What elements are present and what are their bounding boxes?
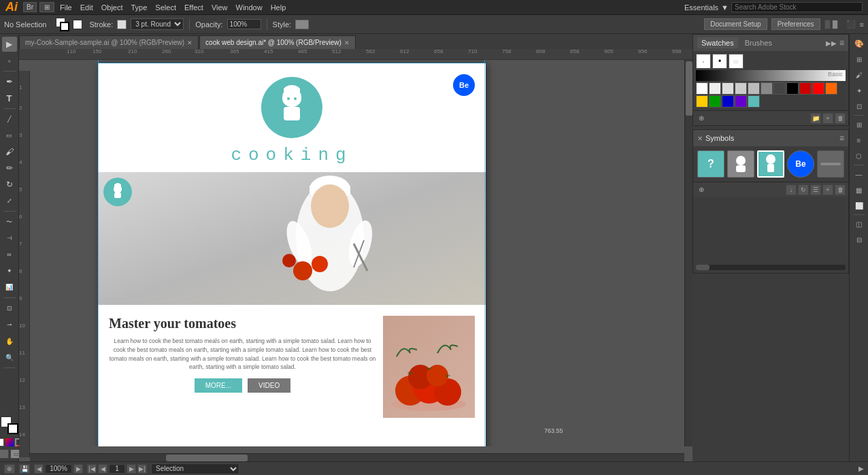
essentials-dropdown-icon[interactable]: ▼	[721, 3, 729, 12]
swatches-expand-icon[interactable]: ▶▶	[826, 39, 837, 47]
doc-tab-2[interactable]: cook web design.ai* @ 100% (RGB/Preview)…	[199, 35, 356, 49]
status-prev-view-btn[interactable]: ⊕	[4, 464, 15, 474]
doc-tab-1[interactable]: my-Cook-Sample-sample.ai @ 100% (RGB/Pre…	[19, 35, 199, 49]
arrange-icon[interactable]: ⬛	[846, 20, 856, 29]
width-tool[interactable]: ⊣	[2, 231, 17, 246]
swatch-7[interactable]	[773, 82, 786, 95]
menu-view[interactable]: View	[212, 3, 228, 12]
brushes-tab[interactable]: Brushes	[741, 37, 776, 48]
paintbrush-tool[interactable]: 🖌	[2, 144, 17, 159]
menu-effect[interactable]: Effect	[184, 3, 203, 12]
preferences-button[interactable]: Preferences	[771, 18, 820, 30]
pencil-tool[interactable]: ✏	[2, 161, 17, 176]
opacity-input[interactable]	[227, 19, 261, 29]
symbols-scrollbar[interactable]	[696, 265, 846, 270]
next-page-btn[interactable]: ▶	[127, 464, 136, 474]
menu-file[interactable]: File	[60, 3, 72, 12]
swatch-dot-black[interactable]: •	[712, 54, 727, 69]
brushes-icon[interactable]: 🖌	[852, 68, 866, 82]
zoom-tool[interactable]: 🔍	[2, 350, 17, 365]
menu-help[interactable]: Help	[271, 3, 286, 12]
new-symbol-btn[interactable]: +	[822, 184, 833, 195]
symbol-4[interactable]: Be	[787, 150, 814, 178]
hand-tool[interactable]: ✋	[2, 333, 17, 348]
swatches-icon[interactable]: ⊞	[852, 52, 866, 66]
pathfinder-icon[interactable]: ⬡	[852, 149, 866, 163]
swatch-9[interactable]	[799, 82, 812, 95]
swatch-13[interactable]	[709, 95, 721, 108]
menu-select[interactable]: Select	[155, 3, 176, 12]
more-button[interactable]: MORE...	[195, 378, 242, 393]
last-page-btn[interactable]: ▶|	[137, 464, 147, 474]
swatches-tab[interactable]: Swatches	[697, 37, 738, 48]
zoom-input[interactable]	[45, 464, 72, 474]
align-icon[interactable]: ≡	[852, 133, 866, 147]
none-color-btn[interactable]	[0, 438, 4, 446]
doc-tab-1-close[interactable]: ✕	[187, 39, 193, 46]
swatch-6[interactable]	[761, 82, 773, 95]
zoom-in-btn[interactable]: ▶	[73, 464, 83, 474]
artboard-tool[interactable]: ⊡	[2, 301, 17, 316]
slice-tool[interactable]: ⊸	[2, 317, 17, 332]
swatch-dot-white[interactable]: •	[696, 54, 711, 69]
direct-selection-tool[interactable]: ⬦	[2, 53, 17, 68]
working-area[interactable]: Be COOKING	[30, 60, 692, 446]
new-color-group-btn[interactable]: 📁	[810, 113, 821, 124]
symbols-scroll-thumb[interactable]	[696, 265, 710, 270]
symbols-menu-icon[interactable]: ≡	[839, 133, 844, 143]
symbol-tool[interactable]: ✦	[2, 263, 17, 278]
artboards-icon[interactable]: ⊟	[852, 233, 866, 246]
stroke-panel-icon[interactable]: —	[852, 167, 866, 181]
workspace-button[interactable]: ⊞	[39, 2, 54, 12]
gradient-panel-icon[interactable]: ▦	[852, 183, 866, 197]
place-symbol-btn[interactable]: ↓	[786, 184, 797, 195]
normal-mode-btn[interactable]	[0, 449, 9, 459]
swatch-8[interactable]	[786, 82, 799, 95]
symbol-3[interactable]	[757, 150, 784, 178]
graph-tool[interactable]: 📊	[2, 280, 17, 295]
warp-tool[interactable]: 〜	[2, 214, 17, 229]
search-input[interactable]	[731, 2, 863, 12]
swatch-10[interactable]	[812, 82, 824, 95]
scroll-thumb-h[interactable]	[166, 455, 248, 461]
fill-indicator[interactable]	[73, 20, 82, 29]
graphic-styles-icon[interactable]: ⊡	[852, 99, 866, 113]
transform-icon[interactable]: ⊞	[852, 118, 866, 131]
delete-symbol-btn[interactable]: 🗑	[835, 184, 846, 195]
pen-tool[interactable]: ✒	[2, 74, 17, 89]
symbol-1[interactable]: ?	[697, 150, 724, 178]
stroke-weight-select[interactable]: 3 pt. Round 1 pt. 2 pt. 5 pt.	[131, 18, 184, 30]
extra-swatch-1[interactable]	[824, 20, 831, 29]
status-save-btn[interactable]: 💾	[19, 464, 30, 474]
color-panel-icon[interactable]: 🎨	[852, 37, 866, 50]
status-info-select[interactable]: Selection Art Bounds Document Color Prof…	[151, 463, 239, 474]
menu-type[interactable]: Type	[131, 3, 148, 12]
gradient-btn[interactable]	[5, 438, 14, 446]
stroke-box[interactable]	[7, 423, 18, 434]
doc-tab-2-close[interactable]: ✕	[344, 39, 350, 46]
doc-setup-button[interactable]: Document Setup	[704, 18, 767, 30]
extra-swatch-2[interactable]	[832, 20, 838, 29]
swatch-14[interactable]	[722, 95, 734, 108]
bridge-button[interactable]: Br	[23, 2, 37, 12]
symbols-icon[interactable]: ✦	[852, 84, 866, 97]
menu-edit[interactable]: Edit	[80, 3, 93, 12]
type-tool[interactable]: T	[2, 91, 17, 105]
zoom-out-btn[interactable]: ◀	[34, 464, 44, 474]
canvas-area[interactable]: my-Cook-Sample-sample.ai @ 100% (RGB/Pre…	[19, 34, 692, 461]
new-swatch-btn[interactable]: +	[822, 113, 833, 124]
transparency-icon[interactable]: ⬜	[852, 199, 866, 212]
swatch-1[interactable]	[696, 82, 708, 95]
symbol-5[interactable]	[817, 150, 844, 178]
swatch-2[interactable]	[709, 82, 721, 95]
swatches-menu-icon[interactable]: ≡	[839, 38, 844, 48]
fill-stroke-indicator[interactable]	[1, 416, 18, 434]
symbol-2[interactable]	[727, 150, 754, 178]
break-link-btn[interactable]: ↻	[798, 184, 809, 195]
page-input[interactable]	[109, 464, 125, 474]
blend-tool[interactable]: ∞	[2, 247, 17, 262]
symbol-options-btn[interactable]: ☰	[810, 184, 821, 195]
rectangle-tool[interactable]: ▭	[2, 128, 17, 143]
swatch-11[interactable]	[825, 82, 837, 95]
swatch-3[interactable]	[722, 82, 734, 95]
